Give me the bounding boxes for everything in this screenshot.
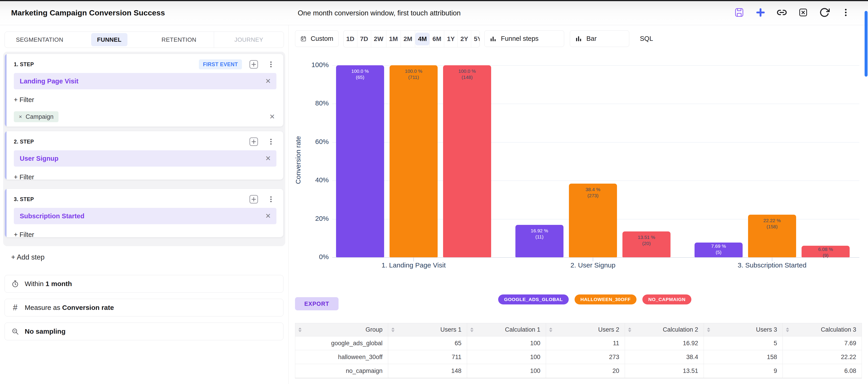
preset-2y[interactable]: 2Y xyxy=(457,31,471,47)
funnel-bar: 7.69 %(5) xyxy=(694,243,743,257)
bar-value-label: 13.51 %(20) xyxy=(622,234,671,247)
sort-icon xyxy=(391,327,395,332)
add-event-icon[interactable] xyxy=(248,59,259,70)
link-icon[interactable] xyxy=(776,7,787,18)
funnel-builder-panel: SEGMENTATIONFUNNELRETENTIONJOURNEY 1. ST… xyxy=(0,25,289,384)
preset-label: 7D xyxy=(358,33,371,45)
option-text: Measure as Conversion rate xyxy=(25,304,114,312)
preset-4m[interactable]: 4M xyxy=(415,31,430,47)
sort-icon xyxy=(786,327,789,332)
funnel-bar: 13.51 %(20) xyxy=(622,231,671,257)
legend-pill[interactable]: GOOGLE_ADS_GLOBAL xyxy=(498,294,569,305)
sql-button[interactable]: SQL xyxy=(640,30,653,47)
value-cell: 9 xyxy=(704,364,783,378)
remove-event-icon[interactable]: ✕ xyxy=(265,78,271,85)
add-filter-link[interactable]: + Filter xyxy=(14,96,34,104)
bar-value-label: 16.92 %(11) xyxy=(516,228,563,240)
preset-5y[interactable]: 5Y xyxy=(471,31,480,47)
tab-label: JOURNEY xyxy=(228,33,269,46)
preset-label: 1Y xyxy=(444,33,457,45)
export-button[interactable]: EXPORT xyxy=(295,297,339,310)
remove-breakdown-row-icon[interactable]: ✕ xyxy=(269,113,275,120)
funnel-bar: 16.92 %(11) xyxy=(516,225,563,257)
remove-event-icon[interactable]: ✕ xyxy=(265,155,271,162)
kebab-menu-icon[interactable] xyxy=(840,7,851,18)
preset-label: 6M xyxy=(430,33,444,45)
calendar-icon xyxy=(300,35,307,43)
option-sampling[interactable]: No sampling xyxy=(4,323,283,340)
preset-2w[interactable]: 2W xyxy=(371,31,386,47)
hash-icon: # xyxy=(11,303,20,312)
event-name: Subscription Started xyxy=(20,213,84,220)
bar-value-label: 6.08 %(9) xyxy=(802,246,849,258)
option-conversion-window[interactable]: Within 1 month xyxy=(4,275,283,293)
step-header-actions xyxy=(248,194,276,205)
group-cell: no_capmaign xyxy=(295,364,388,378)
add-event-icon[interactable] xyxy=(248,194,259,205)
step-card-header: 3. STEP xyxy=(14,194,276,204)
add-filter-link[interactable]: + Filter xyxy=(14,173,34,180)
value-cell: 16.92 xyxy=(625,337,704,350)
step-menu-icon[interactable] xyxy=(266,194,276,205)
option-measure-as[interactable]: #Measure as Conversion rate xyxy=(4,299,283,316)
step-menu-icon[interactable] xyxy=(266,136,276,147)
results-table: GroupUsers 1Calculation 1Users 2Calculat… xyxy=(295,323,862,378)
step-menu-icon[interactable] xyxy=(266,59,276,70)
window-top-edge xyxy=(0,0,868,1)
column-header[interactable]: Calculation 2 xyxy=(625,323,704,337)
column-header[interactable]: Calculation 3 xyxy=(783,323,862,337)
add-filter-link[interactable]: + Filter xyxy=(14,231,34,237)
event-name: Landing Page Visit xyxy=(20,77,79,85)
preset-label: 4M xyxy=(415,33,430,45)
legend-pill[interactable]: NO_CAPMAIGN xyxy=(642,294,691,305)
value-cell: 7.69 xyxy=(783,337,862,350)
y-tick-label: 20% xyxy=(299,215,329,222)
add-icon[interactable] xyxy=(755,7,766,18)
tab-retention[interactable]: RETENTION xyxy=(144,32,214,47)
funnel-bar: 38.4 %(273) xyxy=(569,184,617,257)
step-card-header: 2. STEP xyxy=(14,137,276,147)
funnel-bar: 22.22 %(158) xyxy=(748,215,796,257)
value-cell: 6.08 xyxy=(783,364,862,378)
preset-1d[interactable]: 1D xyxy=(343,31,357,47)
custom-date-button[interactable]: Custom xyxy=(295,30,339,47)
clear-box-icon[interactable] xyxy=(798,7,809,18)
column-header[interactable]: Group xyxy=(295,323,388,337)
tab-segmentation[interactable]: SEGMENTATION xyxy=(5,32,74,47)
sort-icon xyxy=(549,327,552,332)
column-header[interactable]: Users 3 xyxy=(704,323,783,337)
column-header[interactable]: Calculation 1 xyxy=(467,323,546,337)
column-header[interactable]: Users 1 xyxy=(388,323,467,337)
remove-event-icon[interactable]: ✕ xyxy=(265,213,271,219)
breakdown-chip[interactable]: ×Campaign xyxy=(14,111,59,122)
preset-2m[interactable]: 2M xyxy=(401,31,415,47)
remove-breakdown-icon[interactable]: × xyxy=(19,114,22,120)
app-header: Marketing Campaign Conversion Success On… xyxy=(0,0,868,25)
event-row[interactable]: Landing Page Visit✕ xyxy=(14,73,276,89)
event-row[interactable]: Subscription Started✕ xyxy=(14,208,276,224)
preset-7d[interactable]: 7D xyxy=(357,31,371,47)
column-header-label: Calculation 2 xyxy=(663,326,698,333)
breakdown-row: ×Campaign✕ xyxy=(14,111,276,122)
tab-funnel[interactable]: FUNNEL xyxy=(74,32,144,47)
save-icon[interactable] xyxy=(734,7,745,18)
column-header[interactable]: Users 2 xyxy=(546,323,625,337)
legend-pill[interactable]: HALLOWEEN_30OFF xyxy=(575,294,637,305)
chart-type-select[interactable]: Bar xyxy=(570,30,629,47)
series-select[interactable]: Funnel steps xyxy=(484,30,564,47)
add-event-icon[interactable] xyxy=(248,136,259,147)
preset-label: 1D xyxy=(343,33,357,45)
sort-icon xyxy=(628,327,631,332)
add-step-button[interactable]: + Add step xyxy=(11,253,44,261)
preset-1y[interactable]: 1Y xyxy=(444,31,457,47)
preset-1m[interactable]: 1M xyxy=(386,31,401,47)
step-header-actions: FIRST EVENT xyxy=(199,59,276,70)
refresh-icon[interactable] xyxy=(819,7,830,18)
vertical-scrollbar[interactable] xyxy=(865,11,868,76)
series-select-label: Funnel steps xyxy=(501,35,538,42)
event-row[interactable]: User Signup✕ xyxy=(14,150,276,167)
tab-journey[interactable]: JOURNEY xyxy=(214,32,284,47)
x-axis-label: 3. Subscription Started xyxy=(700,261,845,269)
preset-6m[interactable]: 6M xyxy=(430,31,444,47)
bar-value-label: 38.4 %(273) xyxy=(569,186,617,199)
